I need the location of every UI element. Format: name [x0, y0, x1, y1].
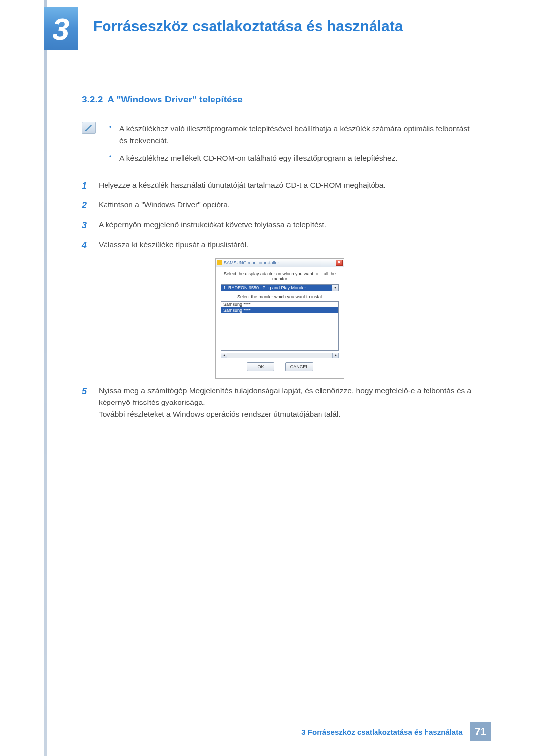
- cancel-button[interactable]: CANCEL: [285, 362, 313, 371]
- step-number: 5: [82, 385, 92, 420]
- ok-button[interactable]: OK: [247, 362, 274, 371]
- step-list: 1 Helyezze a készülék használati útmutat…: [82, 179, 478, 252]
- step-list-cont: 5 Nyissa meg a számítógép Megjelenítés t…: [82, 385, 478, 420]
- step-1: 1 Helyezze a készülék használati útmutat…: [82, 179, 478, 193]
- section-title: A "Windows Driver" telepítése: [107, 94, 243, 104]
- step-3: 3 A képernyőn megjelenő instrukciókat kö…: [82, 219, 478, 233]
- monitor-listbox[interactable]: Samsung **** Samsung ****: [221, 301, 339, 351]
- installer-screenshot: SAMSUNG monitor installer ✕ Select the d…: [82, 258, 478, 379]
- step-text: Helyezze a készülék használati útmutatój…: [99, 179, 478, 193]
- installer-titlebar: SAMSUNG monitor installer ✕: [216, 259, 344, 267]
- note-item: A készülékhez való illesztőprogramok tel…: [107, 123, 478, 147]
- note-icon: [82, 122, 96, 134]
- installer-title: SAMSUNG monitor installer: [224, 260, 334, 265]
- step-number: 4: [82, 239, 92, 252]
- note-list: A készülékhez való illesztőprogramok tel…: [107, 123, 478, 170]
- section-number: 3.2.2: [82, 94, 103, 104]
- app-icon: [217, 260, 222, 265]
- adapter-select[interactable]: 1. RADEON 9550 : Plug and Play Monitor ▾: [221, 284, 339, 291]
- footer-text: 3 Forráseszköz csatlakoztatása és haszná…: [301, 728, 462, 736]
- installer-window: SAMSUNG monitor installer ✕ Select the d…: [215, 258, 344, 379]
- note-item: A készülékhez mellékelt CD-ROM-on találh…: [107, 152, 478, 164]
- close-icon[interactable]: ✕: [336, 260, 343, 266]
- chapter-number: 3: [53, 11, 69, 47]
- step-5-line1: Nyissa meg a számítógép Megjelenítés tul…: [99, 386, 471, 406]
- installer-button-row: OK CANCEL: [221, 358, 339, 376]
- page-number: 71: [470, 722, 491, 741]
- step-5: 5 Nyissa meg a számítógép Megjelenítés t…: [82, 385, 478, 420]
- side-stripe: [44, 0, 47, 756]
- step-text: Válassza ki készüléke típusát a típuslis…: [99, 239, 478, 252]
- chapter-number-block: 3: [44, 7, 78, 50]
- step-2: 2 Kattintson a "Windows Driver" opcióra.: [82, 199, 478, 213]
- section-heading: 3.2.2 A "Windows Driver" telepítése: [82, 94, 478, 105]
- step-text: Kattintson a "Windows Driver" opcióra.: [99, 199, 478, 213]
- scroll-left-icon[interactable]: ◂: [221, 353, 227, 358]
- adapter-label: Select the display adapter on which you …: [221, 271, 339, 281]
- list-item[interactable]: Samsung ****: [221, 302, 338, 307]
- step-5-line2: További részleteket a Windows operációs …: [99, 410, 341, 418]
- list-item[interactable]: Samsung ****: [221, 307, 338, 313]
- chevron-down-icon[interactable]: ▾: [332, 285, 338, 291]
- step-number: 2: [82, 199, 92, 213]
- step-number: 1: [82, 179, 92, 193]
- scroll-track[interactable]: [227, 353, 332, 358]
- horizontal-scrollbar[interactable]: ◂ ▸: [221, 353, 339, 358]
- step-text: Nyissa meg a számítógép Megjelenítés tul…: [99, 385, 478, 420]
- step-text: A képernyőn megjelenő instrukciókat köve…: [99, 219, 478, 233]
- content-area: 3.2.2 A "Windows Driver" telepítése A ké…: [82, 94, 478, 426]
- step-number: 3: [82, 219, 92, 233]
- installer-body: Select the display adapter on which you …: [216, 267, 344, 378]
- note-block: A készülékhez való illesztőprogramok tel…: [82, 123, 478, 170]
- chapter-title: Forráseszköz csatlakoztatása és használa…: [93, 18, 403, 35]
- scroll-right-icon[interactable]: ▸: [332, 353, 339, 358]
- page-footer: 3 Forráseszköz csatlakoztatása és haszná…: [301, 722, 491, 741]
- adapter-select-value: 1. RADEON 9550 : Plug and Play Monitor: [221, 285, 332, 291]
- step-4: 4 Válassza ki készüléke típusát a típusl…: [82, 239, 478, 252]
- monitor-label: Select the monitor which you want to ins…: [221, 294, 339, 299]
